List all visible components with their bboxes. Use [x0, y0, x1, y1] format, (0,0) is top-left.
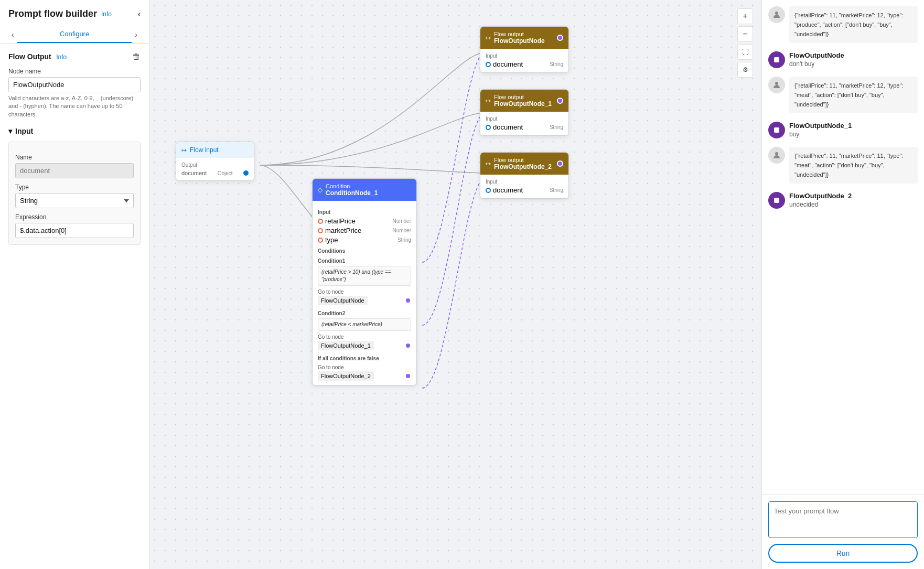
flow-output-node-3[interactable]: ↦ Flow output FlowOutputNode_2 Input doc…	[480, 152, 569, 199]
market-price-label: marketPrice	[325, 227, 361, 234]
user-avatar-1	[768, 6, 785, 23]
node1-input-dot	[486, 62, 491, 67]
type-type: String	[397, 237, 411, 243]
flow-input-node[interactable]: ↦ Flow input Output document Object	[176, 142, 254, 181]
name-field-input[interactable]	[15, 163, 134, 178]
expression-field-input[interactable]	[15, 223, 134, 238]
chat-text-5: {"retailPrice": 11, "marketPrice": 11, "…	[794, 153, 903, 178]
node2-input-name: document	[493, 123, 523, 131]
user-avatar-2	[768, 77, 785, 93]
flow-input-output-row: document Object	[181, 170, 249, 176]
node-name-input[interactable]	[8, 77, 141, 92]
input-section-header[interactable]: ▾ Input	[8, 127, 141, 135]
flow-output-2-name: FlowOutputNode_1	[494, 100, 552, 108]
condition2-label: Condition2	[318, 310, 411, 316]
svg-rect-6	[774, 127, 779, 133]
node2-input-dot	[486, 125, 491, 130]
chat-bubble-1: {"retailPrice": 11, "marketPrice": 12, "…	[789, 6, 918, 43]
goto1-value: FlowOutputNode	[318, 296, 368, 305]
false-label: If all conditions are false	[318, 356, 411, 361]
goto2-label: Go to node	[318, 334, 411, 340]
sidebar: Prompt flow builder Info ‹ ‹ Configure ›…	[0, 0, 149, 569]
condition1-label: Condition1	[318, 258, 411, 264]
flow-output-info-link[interactable]: Info	[56, 53, 67, 61]
false-connector-dot	[405, 373, 411, 379]
zoom-in-button[interactable]: +	[737, 8, 753, 24]
flow-output-node-3-header: ↦ Flow output FlowOutputNode_2	[480, 153, 568, 175]
flow-input-output-type: Object	[218, 170, 233, 176]
tab-configure[interactable]: Configure	[17, 26, 132, 43]
flow-output-3-connector	[557, 160, 563, 167]
flow-output-3-icon: ↦	[486, 160, 491, 167]
chat-text-1: {"retailPrice": 11, "marketPrice": 12, "…	[794, 12, 903, 37]
flow-output-node-2-header: ↦ Flow output FlowOutputNode_1	[480, 90, 568, 112]
bot-avatar-2	[768, 122, 785, 138]
delete-node-button[interactable]: 🗑	[132, 52, 141, 61]
goto1-connector-dot	[405, 297, 411, 304]
tab-back-button[interactable]: ‹	[8, 26, 17, 43]
type-label: type	[325, 236, 338, 244]
chat-message-1: {"retailPrice": 11, "marketPrice": 12, "…	[768, 6, 918, 43]
svg-rect-8	[774, 198, 779, 203]
flow-output-3-name: FlowOutputNode_2	[494, 163, 552, 170]
false-goto-value: FlowOutputNode_2	[318, 371, 374, 381]
chat-text-3: {"retailPrice": 11, "marketPrice": 12, "…	[794, 82, 903, 108]
sidebar-info-link[interactable]: Info	[101, 10, 112, 18]
right-panel: {"retailPrice": 11, "marketPrice": 12, "…	[761, 0, 924, 569]
flow-output-2-header-text: Flow output	[494, 94, 552, 100]
svg-rect-4	[774, 57, 779, 62]
flow-output-node-1-header: ↦ Flow output FlowOutputNode	[480, 27, 568, 49]
bot-message-1: FlowOutputNode don't buy	[789, 51, 844, 68]
connections-svg	[149, 0, 761, 569]
type-field-label: Type	[15, 184, 134, 191]
condition-node[interactable]: ◇ Condition ConditionNode_1 Input retail…	[312, 178, 417, 385]
flow-output-node-2-body: Input document String	[480, 112, 568, 135]
chat-bubble-5: {"retailPrice": 11, "marketPrice": 11, "…	[789, 147, 918, 184]
type-select[interactable]: String Number Boolean Object Array	[15, 193, 134, 208]
flow-output-node-1[interactable]: ↦ Flow output FlowOutputNode Input docum…	[480, 26, 569, 73]
node-name-hint: Valid characters are a-z, A-Z, 0-9, _ (u…	[8, 94, 141, 119]
zoom-out-button[interactable]: −	[737, 26, 753, 42]
retail-price-label: retailPrice	[325, 217, 356, 225]
collapse-icon: ▾	[8, 127, 12, 135]
flow-output-1-icon: ↦	[486, 34, 491, 41]
run-button[interactable]: Run	[768, 544, 918, 563]
chat-message-4: FlowOutputNode_1 buy	[768, 122, 918, 138]
flow-output-title-group: Flow Output Info	[8, 52, 67, 61]
input-section-label: Input	[15, 127, 33, 135]
flow-output-header: Flow Output Info 🗑	[8, 52, 141, 61]
tab-forward-button[interactable]: ›	[132, 26, 141, 43]
bot-text-3: undecided	[789, 201, 852, 208]
node3-input-type: String	[550, 187, 563, 193]
chat-message-2: FlowOutputNode don't buy	[768, 51, 918, 68]
condition-node-header: ◇ Condition ConditionNode_1	[313, 179, 416, 201]
flow-output-node-1-body: Input document String	[480, 49, 568, 72]
condition-icon: ◇	[318, 186, 323, 194]
fit-view-button[interactable]: ⛶	[737, 44, 753, 60]
chat-input[interactable]	[768, 501, 918, 538]
type-dot	[318, 238, 323, 243]
goto2-value: FlowOutputNode_1	[318, 341, 374, 350]
bot-avatar-3	[768, 192, 785, 209]
flow-output-3-header-text: Flow output	[494, 157, 552, 163]
chat-bubble-3: {"retailPrice": 11, "marketPrice": 12, "…	[789, 77, 918, 113]
svg-point-5	[775, 82, 778, 85]
condition-input-label: Input	[318, 209, 411, 215]
collapse-sidebar-button[interactable]: ‹	[138, 9, 141, 19]
flow-output-node-2[interactable]: ↦ Flow output FlowOutputNode_1 Input doc…	[480, 89, 569, 136]
bot-message-2: FlowOutputNode_1 buy	[789, 122, 852, 138]
node-name-label: Node name	[8, 68, 141, 75]
goto1-label: Go to node	[318, 289, 411, 295]
condition-body: Input retailPrice Number marketPrice Num…	[313, 201, 416, 385]
condition-name: ConditionNode_1	[326, 189, 378, 197]
svg-point-3	[775, 12, 778, 15]
canvas[interactable]: + − ⛶ ⚙ ↦ Flow input Output document Obj…	[149, 0, 761, 569]
chat-message-3: {"retailPrice": 11, "marketPrice": 12, "…	[768, 77, 918, 113]
flow-input-node-header: ↦ Flow input	[176, 142, 254, 158]
chat-history: {"retailPrice": 11, "marketPrice": 12, "…	[762, 0, 924, 495]
auto-layout-button[interactable]: ⚙	[737, 62, 753, 78]
market-price-type: Number	[392, 228, 411, 233]
bot-name-2: FlowOutputNode_1	[789, 122, 852, 130]
flow-input-output-dot	[243, 170, 249, 176]
node3-input-dot	[486, 188, 491, 193]
